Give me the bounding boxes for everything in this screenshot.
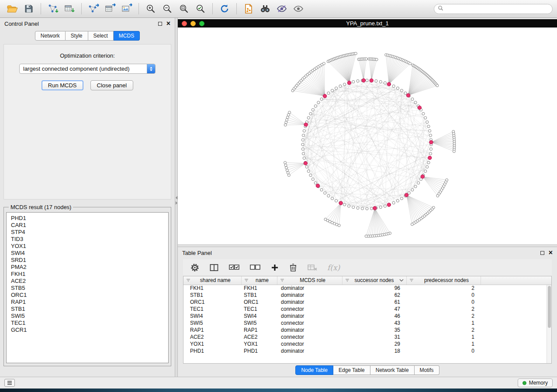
result-item[interactable]: STP4 (11, 229, 164, 236)
result-item[interactable]: CAR1 (11, 222, 164, 229)
tab-style[interactable]: Style (66, 31, 88, 41)
result-item[interactable]: FKH1 (11, 271, 164, 278)
table-panel-header: Table Panel × (178, 247, 557, 258)
table-row[interactable]: SWI5SWI5connector431 (183, 320, 551, 327)
sort-icon (409, 278, 414, 282)
float-table-panel-icon[interactable] (540, 251, 544, 255)
refresh-layout-icon[interactable] (217, 2, 232, 15)
mcds-result-list[interactable]: PHD1CAR1STP4TID3YOX1SWI4SRD1PMA2FKH1ACE2… (6, 212, 169, 363)
gear-icon[interactable] (190, 263, 200, 272)
table-row[interactable]: FKH1FKH1dominator962 (183, 285, 551, 292)
tab-network[interactable]: Network (35, 31, 66, 41)
network-canvas[interactable] (178, 28, 557, 244)
result-item[interactable]: YOX1 (11, 243, 164, 250)
result-item[interactable]: SWI5 (11, 313, 164, 320)
table-row[interactable]: STB1STB1dominator620 (183, 292, 551, 299)
close-table-panel-icon[interactable]: × (549, 249, 553, 256)
control-tabs: NetworkStyleSelectMCDS (0, 31, 175, 41)
network-column: YPA_prune.txt_1 Table Panel × (178, 18, 557, 377)
result-item[interactable]: TEC1 (11, 320, 164, 327)
zoom-fit-icon[interactable] (176, 2, 192, 15)
column-label: shared name (192, 277, 239, 283)
hide-selected-icon[interactable] (274, 2, 290, 15)
import-table-icon[interactable] (62, 2, 77, 15)
main-toolbar (0, 0, 557, 18)
tab-node-table[interactable]: Node Table (295, 365, 333, 375)
result-item[interactable]: RAP1 (11, 299, 164, 306)
column-label: name (250, 277, 274, 283)
result-item[interactable]: PHD1 (11, 215, 164, 222)
result-item[interactable]: STB1 (11, 306, 164, 313)
tab-mcds[interactable]: MCDS (114, 31, 140, 41)
import-network-icon[interactable] (45, 2, 61, 15)
table-row[interactable]: ORC1ORC1dominator610 (183, 299, 551, 306)
delete-column-icon[interactable] (289, 263, 298, 272)
export-table-icon[interactable] (102, 2, 118, 15)
tab-edge-table[interactable]: Edge Table (333, 365, 370, 375)
window-maximize-icon[interactable] (199, 21, 204, 26)
tab-motifs[interactable]: Motifs (415, 365, 439, 375)
result-item[interactable]: STB5 (11, 285, 164, 292)
task-history-icon[interactable] (4, 379, 15, 387)
export-image-icon[interactable] (119, 2, 135, 15)
zoom-in-icon[interactable] (143, 2, 159, 15)
share-document-icon[interactable] (241, 2, 256, 15)
table-row[interactable]: RAP1RAP1dominator352 (183, 327, 551, 334)
column-header-successor-nodes[interactable]: successor nodes (342, 276, 406, 285)
window-minimize-icon[interactable] (190, 21, 196, 26)
result-item[interactable]: TID3 (11, 236, 164, 243)
search-input[interactable] (446, 6, 549, 12)
result-item[interactable]: GCR1 (11, 327, 164, 334)
save-session-icon[interactable] (21, 2, 37, 15)
column-header-shared-name[interactable]: shared name (183, 276, 241, 285)
result-item[interactable]: SRD1 (11, 257, 164, 264)
toolbar-separator (212, 3, 213, 14)
column-header-predecessor-nodes[interactable]: predecessor nodes (406, 276, 481, 285)
main-area: Control Panel × NetworkStyleSelectMCDS O… (0, 18, 557, 377)
result-item[interactable]: PMA2 (11, 264, 164, 271)
table-row[interactable]: YOX1YOX1connector291 (183, 340, 551, 347)
float-panel-icon[interactable] (158, 22, 162, 26)
table-row[interactable]: PHD1PHD1dominator180 (183, 347, 551, 354)
tab-select[interactable]: Select (88, 31, 114, 41)
dropdown-stepper-icon (147, 64, 155, 73)
table-toolbar: f(x) (183, 259, 552, 276)
criterion-dropdown[interactable]: largest connected component (undirected) (19, 64, 156, 74)
search-box[interactable] (434, 4, 553, 14)
window-close-icon[interactable] (182, 21, 187, 26)
tab-network-table[interactable]: Network Table (370, 365, 415, 375)
collapse-right-icon[interactable] (176, 201, 177, 205)
column-header-name[interactable]: name (241, 276, 277, 285)
table-row[interactable]: ACE2ACE2connector311 (183, 334, 551, 340)
search-network-icon[interactable] (257, 2, 273, 15)
sort-icon (280, 278, 284, 282)
zoom-selected-icon[interactable] (193, 2, 208, 15)
network-title: YPA_prune.txt_1 (178, 20, 557, 27)
vertical-splitter[interactable] (175, 18, 178, 377)
open-file-icon[interactable] (4, 2, 20, 15)
table-panel-title: Table Panel (182, 250, 212, 256)
result-item[interactable]: ORC1 (11, 292, 164, 299)
collapse-left-icon[interactable] (176, 196, 177, 199)
mcds-options-panel: Optimization criterion: largest connecte… (3, 44, 171, 199)
select-all-icon[interactable] (228, 263, 240, 272)
close-panel-icon[interactable]: × (166, 20, 170, 27)
add-column-icon[interactable] (270, 263, 279, 272)
show-columns-icon[interactable] (209, 263, 219, 272)
show-hidden-icon[interactable] (291, 2, 306, 15)
table-scrollbar[interactable] (547, 285, 551, 363)
export-network-icon[interactable] (86, 2, 101, 15)
deselect-all-icon[interactable] (249, 263, 261, 272)
table-row[interactable]: TEC1TEC1connector472 (183, 306, 551, 313)
desktop-background (0, 389, 557, 392)
column-header-MCDS-role[interactable]: MCDS role (277, 276, 342, 285)
result-item[interactable]: ACE2 (11, 278, 164, 285)
network-titlebar: YPA_prune.txt_1 (178, 19, 557, 28)
scrollbar-thumb[interactable] (548, 286, 551, 328)
memory-button[interactable]: Memory (518, 378, 553, 387)
zoom-out-icon[interactable] (159, 2, 175, 15)
result-item[interactable]: SWI4 (11, 250, 164, 257)
table-row[interactable]: SWI4SWI4dominator462 (183, 313, 551, 320)
run-mcds-button[interactable]: Run MCDS (42, 80, 83, 90)
close-panel-button[interactable]: Close panel (90, 80, 134, 90)
